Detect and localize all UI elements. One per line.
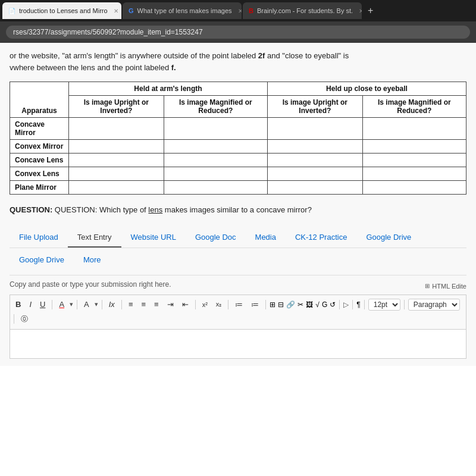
html-edit-icon: ⊞ — [425, 283, 430, 289]
cell-cvl-4 — [362, 167, 466, 181]
tab-more[interactable]: More — [74, 250, 111, 270]
group-header-1: Held at arm's length — [68, 82, 267, 96]
intro-line2: and "close to eyeball" is — [265, 51, 349, 60]
tab-google[interactable]: G What type of lens makes images ✕ — [123, 2, 242, 19]
toolbar-align-left[interactable]: ≡ — [126, 299, 136, 310]
col-header-2: Is image Magnified or Reduced? — [164, 96, 267, 118]
tab-label-1: troduction to Lenses and Mirro — [19, 7, 108, 14]
apparatus-plane-mirror: Plane Mirror — [10, 181, 69, 195]
new-tab-button[interactable]: + — [363, 5, 378, 16]
cell-cm-1 — [68, 118, 164, 140]
apparatus-concave-mirror: Concave Mirror — [10, 118, 69, 140]
question-underlined: lens — [148, 205, 162, 214]
toolbar-superscript[interactable]: x² — [199, 300, 211, 309]
toolbar-underline[interactable]: U — [37, 299, 48, 310]
toolbar-refresh-icon[interactable]: ↺ — [330, 300, 336, 309]
tab-website-url[interactable]: Website URL — [121, 228, 186, 248]
tab-file-upload[interactable]: File Upload — [10, 228, 68, 248]
tab-close-1[interactable]: ✕ — [114, 8, 118, 14]
question-text: QUESTION: QUESTION: Which type of lens m… — [10, 204, 466, 216]
toolbar-fontsize[interactable]: 12pt 8pt 10pt 14pt 18pt — [368, 299, 400, 311]
tab-google-doc[interactable]: Google Doc — [186, 228, 246, 248]
toolbar-link-icon[interactable]: 🔗 — [286, 300, 295, 309]
toolbar-indent[interactable]: ⇥ — [164, 299, 177, 310]
html-edit-label: HTML Edite — [432, 283, 466, 290]
cell-cm-3 — [267, 118, 362, 140]
tab-close-2[interactable]: ✕ — [238, 8, 242, 14]
tab-text-entry[interactable]: Text Entry — [68, 228, 121, 248]
cell-pm-3 — [267, 181, 362, 195]
tab-close-3[interactable]: ✕ — [359, 8, 362, 14]
toolbar-italic[interactable]: I — [26, 299, 35, 310]
editor-hint: Copy and paste or type your submission r… — [10, 280, 171, 289]
browser-chrome: 📄 troduction to Lenses and Mirro ✕ G Wha… — [0, 0, 476, 43]
submission-tabs-row2: Google Drive More — [10, 248, 466, 275]
toolbar-sqrt-icon[interactable]: √ — [315, 300, 320, 309]
toolbar-align-right[interactable]: ≡ — [151, 299, 162, 310]
toolbar-paragraph[interactable]: Paragraph Heading 1 Heading 2 — [408, 299, 460, 311]
toolbar-subscript[interactable]: x₂ — [213, 299, 225, 309]
editor-hint-row: Copy and paste or type your submission r… — [10, 280, 466, 292]
toolbar-grid[interactable]: ⊞ — [270, 300, 275, 309]
address-bar[interactable]: rses/32377/assignments/560992?module_ite… — [6, 26, 470, 39]
col-header-3: Is image Upright or Inverted? — [267, 96, 362, 118]
toolbar-table-icon[interactable]: ⊟ — [278, 300, 284, 309]
toolbar-video-icon[interactable]: ▷ — [343, 300, 349, 309]
toolbar-formula-icon[interactable]: G — [322, 300, 327, 309]
toolbar-highlight[interactable]: A — [81, 299, 92, 310]
toolbar-sep-3 — [102, 300, 102, 309]
toolbar-pilcrow[interactable]: ¶ — [356, 300, 360, 309]
toolbar-sep-1 — [52, 300, 52, 309]
tab-active[interactable]: 📄 troduction to Lenses and Mirro ✕ — [2, 2, 121, 19]
question-prefix: QUESTION: Which type of — [55, 205, 149, 214]
toolbar-sep-8 — [339, 300, 340, 309]
apparatus-concave-lens: Concave Lens — [10, 154, 69, 167]
cell-cm-4 — [362, 118, 466, 140]
tab-google-drive-2[interactable]: Google Drive — [10, 250, 74, 270]
toolbar-accessibility[interactable]: ⓪ — [18, 313, 31, 325]
apparatus-table: Apparatus Held at arm's length Held up c… — [10, 82, 466, 195]
col-header-4: Is image Magnified or Reduced? — [362, 96, 466, 118]
toolbar-arrow-1[interactable]: ▾ — [70, 300, 73, 308]
toolbar-sep-5 — [195, 300, 196, 309]
toolbar-sep-7 — [265, 300, 266, 309]
tab-brainly[interactable]: B Brainly.com - For students. By st. ✕ — [243, 2, 362, 19]
toolbar-sep-10 — [364, 300, 365, 309]
tab-favicon-1: 📄 — [8, 8, 15, 14]
toolbar-font-color[interactable]: A — [56, 299, 67, 310]
intro-bold1: 2f — [258, 51, 265, 60]
html-edit-link[interactable]: ⊞ HTML Edite — [425, 283, 466, 290]
col-header-1: Is image Upright or Inverted? — [68, 96, 164, 118]
toolbar-outdent[interactable]: ⇤ — [179, 299, 192, 310]
apparatus-convex-mirror: Convex Mirror — [10, 140, 69, 154]
toolbar-unlink-icon[interactable]: ✂ — [298, 300, 303, 309]
question-label: QUESTION: — [10, 205, 52, 214]
toolbar-sep-2 — [77, 300, 77, 309]
toolbar-bold[interactable]: B — [12, 299, 24, 310]
cell-cvm-4 — [362, 140, 466, 154]
toolbar-image-icon[interactable]: 🖼 — [306, 300, 313, 309]
toolbar-align-center[interactable]: ≡ — [138, 299, 149, 310]
cell-cl-3 — [267, 154, 362, 167]
toolbar-sep-9 — [352, 300, 353, 309]
intro-line1: or the website, "at arm's length" is any… — [10, 51, 258, 60]
tab-label-2: What type of lens makes images — [137, 7, 232, 14]
cell-cl-1 — [68, 154, 164, 167]
cell-cm-2 — [164, 118, 267, 140]
content-inner: or the website, "at arm's length" is any… — [0, 43, 476, 366]
table-row: Convex Mirror — [10, 140, 466, 154]
cell-cvl-3 — [267, 167, 362, 181]
cell-cvl-2 — [164, 167, 267, 181]
toolbar-list-ul[interactable]: ≔ — [232, 299, 246, 310]
toolbar-arrow-2[interactable]: ▾ — [95, 300, 98, 308]
editor-content-area[interactable] — [10, 329, 466, 359]
intro-bold2: f. — [171, 63, 176, 72]
tab-ck12[interactable]: CK-12 Practice — [286, 228, 356, 248]
tab-favicon-3: B — [249, 7, 253, 14]
toolbar-list-ol[interactable]: ≔ — [248, 299, 262, 310]
table-row: Concave Lens — [10, 154, 466, 167]
content-area: or the website, "at arm's length" is any… — [0, 43, 476, 476]
toolbar-clear[interactable]: Ix — [106, 299, 118, 310]
tab-media[interactable]: Media — [246, 228, 286, 248]
tab-google-drive[interactable]: Google Drive — [356, 228, 421, 248]
